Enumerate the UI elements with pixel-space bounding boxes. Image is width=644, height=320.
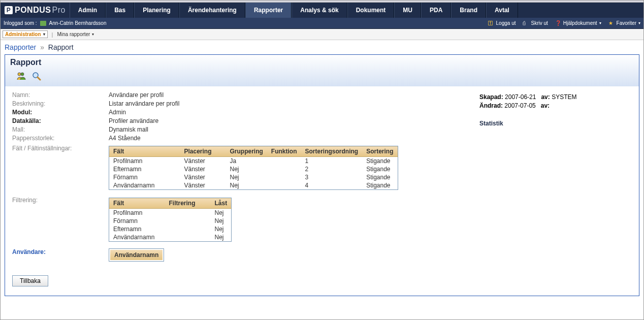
- cell: Stigande: [362, 165, 398, 173]
- cell: [267, 173, 301, 181]
- printer-icon: ⎙: [523, 20, 529, 26]
- nav-avtal[interactable]: Avtal: [486, 3, 518, 18]
- main-nav: P PONDUSPro AdminBasPlaneringÄrendehante…: [1, 3, 643, 18]
- nav--rendehantering[interactable]: Ärendehantering: [179, 3, 245, 18]
- users-label: Användare:: [12, 248, 109, 255]
- table-row: FörnamnVänsterNej3Stigande: [109, 173, 398, 181]
- users-icon[interactable]: [16, 71, 26, 81]
- datasource-value: Profiler användare: [109, 117, 158, 124]
- breadcrumb-sep: »: [40, 43, 44, 51]
- cell: Nej: [211, 209, 232, 217]
- nav-brand[interactable]: Brand: [451, 3, 486, 18]
- cell: 1: [301, 157, 363, 166]
- cell: Vänster: [180, 165, 226, 173]
- cell: [165, 217, 211, 225]
- cell: [165, 233, 211, 242]
- table-row: EfternamnNej: [109, 225, 232, 233]
- cell: Nej: [211, 217, 232, 225]
- key-icon: ⚿: [488, 20, 494, 26]
- cell: 2: [301, 165, 363, 173]
- nav-pda[interactable]: PDA: [421, 3, 451, 18]
- table-row: AnvändarnamnNej: [109, 233, 232, 242]
- nav-rapporter[interactable]: Rapporter: [245, 3, 292, 18]
- datasource-label: Datakälla:: [12, 117, 109, 124]
- nav-dokument[interactable]: Dokument: [347, 3, 395, 18]
- papersize-label: Pappersstorlek:: [12, 135, 109, 142]
- table-row: ProfilnamnNej: [109, 209, 232, 217]
- report-panel: Rapport Namn:Användare per profil Beskri…: [5, 54, 639, 296]
- statistik-link[interactable]: Statistik: [479, 120, 503, 127]
- administration-label: Administration: [5, 31, 41, 37]
- svg-line-3: [38, 77, 40, 80]
- cell: Efternamn: [109, 225, 165, 233]
- breadcrumb-current: Rapport: [48, 43, 74, 51]
- col-header: Gruppering: [226, 146, 267, 157]
- nav-analys-s-k[interactable]: Analys & sök: [292, 3, 347, 18]
- filtering-label: Filtrering:: [12, 197, 109, 204]
- user-card-icon: [40, 21, 46, 26]
- fields-label: Fält / Fältinställningar:: [12, 145, 109, 152]
- table-row: AnvändarnamnVänsterNej4Stigande: [109, 181, 398, 190]
- cell: 3: [301, 173, 363, 181]
- cell: Förnamn: [109, 173, 180, 181]
- breadcrumb-parent[interactable]: Rapporter: [5, 43, 36, 51]
- created-row: Skapad: 2007-06-21 av: SYSTEM: [479, 93, 632, 101]
- cell: [267, 157, 301, 166]
- chevron-down-icon: ▾: [92, 32, 94, 37]
- print-link[interactable]: ⎙ Skriv ut: [523, 20, 548, 26]
- help-label: Hjälpdokument: [563, 20, 597, 26]
- cell: Nej: [226, 173, 267, 181]
- nav-admin[interactable]: Admin: [70, 3, 106, 18]
- cell: Användarnamn: [109, 233, 165, 242]
- template-label: Mall:: [12, 126, 109, 133]
- table-row: ProfilnamnVänsterJa1Stigande: [109, 157, 398, 166]
- users-header: Användarnamn: [110, 250, 163, 260]
- sub-nav: Administration ▾ | Mina rapporter ▾: [1, 29, 643, 40]
- chevron-down-icon: ▾: [638, 21, 640, 25]
- col-header: Placering: [180, 146, 226, 157]
- favorites-link[interactable]: ★ Favoriter ▾: [608, 20, 640, 26]
- cell: Efternamn: [109, 165, 180, 173]
- filter-table: FältFiltreringLåstProfilnamnNejFörnamnNe…: [109, 198, 232, 242]
- logo-text: PONDUS: [15, 6, 51, 15]
- papersize-value: A4 Stående: [109, 135, 141, 142]
- col-header: Fält: [109, 146, 180, 157]
- magnifier-icon[interactable]: [31, 71, 42, 81]
- my-reports-dropdown[interactable]: Mina rapporter ▾: [57, 31, 94, 37]
- logged-in-label: Inloggad som :: [4, 20, 37, 26]
- col-header: Sortering: [362, 146, 398, 157]
- cell: Nej: [226, 165, 267, 173]
- back-button[interactable]: Tillbaka: [12, 275, 48, 286]
- cell: Vänster: [180, 181, 226, 190]
- nav-mu[interactable]: MU: [394, 3, 421, 18]
- cell: [267, 165, 301, 173]
- nav-planering[interactable]: Planering: [134, 3, 179, 18]
- username: Ann-Catrin Bernhardsson: [49, 20, 107, 26]
- chevron-down-icon: ▾: [599, 21, 601, 25]
- breadcrumb: Rapporter » Rapport: [1, 40, 643, 54]
- fields-table: FältPlaceringGrupperingFunktionSortering…: [109, 146, 398, 190]
- col-header: Låst: [211, 198, 232, 209]
- panel-title: Rapport: [10, 58, 634, 67]
- star-icon: ★: [608, 20, 615, 26]
- my-reports-label: Mina rapporter: [57, 31, 90, 37]
- separator: |: [52, 31, 53, 38]
- cell: Ja: [226, 157, 267, 166]
- cell: Profilnamn: [109, 157, 180, 166]
- cell: Stigande: [362, 157, 398, 166]
- cell: [267, 181, 301, 190]
- desc-value: Listar användare per profil: [109, 100, 179, 107]
- administration-dropdown[interactable]: Administration ▾: [3, 30, 48, 38]
- print-label: Skriv ut: [531, 20, 548, 26]
- logout-label: Logga ut: [496, 20, 516, 26]
- col-header: Fält: [109, 198, 165, 209]
- nav-bas[interactable]: Bas: [106, 3, 134, 18]
- svg-point-1: [21, 73, 24, 76]
- logout-link[interactable]: ⚿ Logga ut: [488, 20, 516, 26]
- help-link[interactable]: ❓ Hjälpdokument ▾: [555, 20, 601, 26]
- logo-icon: P: [5, 6, 13, 14]
- changed-row: Ändrad: 2007-07-05 av:: [479, 102, 632, 109]
- cell: Användarnamn: [109, 181, 180, 190]
- name-label: Namn:: [12, 91, 109, 99]
- name-value: Användare per profil: [109, 91, 164, 99]
